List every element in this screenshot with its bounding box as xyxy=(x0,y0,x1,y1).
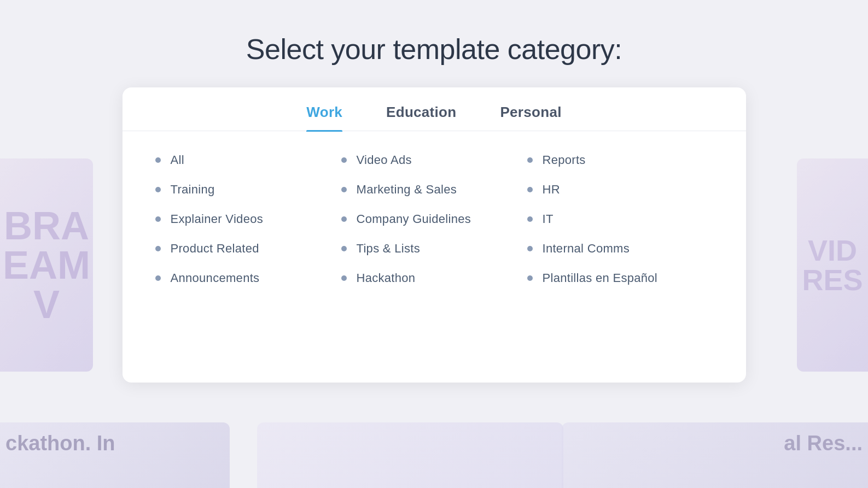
bullet-announcements xyxy=(155,275,161,281)
bg-card-right: VIDRES xyxy=(797,158,868,372)
tab-work[interactable]: Work xyxy=(306,104,342,131)
bullet-marketing-sales xyxy=(341,187,347,192)
tabs-row: Work Education Personal xyxy=(123,87,746,131)
category-label-tips-lists: Tips & Lists xyxy=(357,242,420,256)
category-item-all[interactable]: All xyxy=(155,153,341,167)
bg-card-left: BRAEAM V xyxy=(0,158,93,372)
category-label-announcements: Announcements xyxy=(171,271,260,285)
category-label-training: Training xyxy=(171,183,215,197)
bullet-all xyxy=(155,157,161,163)
category-label-all: All xyxy=(171,153,184,167)
category-label-company-guidelines: Company Guidelines xyxy=(357,212,471,226)
category-item-training[interactable]: Training xyxy=(155,183,341,197)
category-item-hr[interactable]: HR xyxy=(527,183,713,197)
category-item-explainer-videos[interactable]: Explainer Videos xyxy=(155,212,341,226)
bullet-plantillas xyxy=(527,275,533,281)
bullet-hr xyxy=(527,187,533,192)
tab-personal[interactable]: Personal xyxy=(500,104,561,131)
page-title: Select your template category: xyxy=(246,33,622,66)
bullet-video-ads xyxy=(341,157,347,163)
category-item-it[interactable]: IT xyxy=(527,212,713,226)
bullet-company-guidelines xyxy=(341,216,347,222)
bullet-tips-lists xyxy=(341,246,347,251)
bullet-reports xyxy=(527,157,533,163)
category-item-video-ads[interactable]: Video Ads xyxy=(341,153,527,167)
category-column-3: Reports HR IT Internal Comms Plantillas … xyxy=(527,153,713,285)
category-label-reports: Reports xyxy=(543,153,586,167)
category-label-internal-comms: Internal Comms xyxy=(543,242,630,256)
bg-bottom-left-text: ckathon. In xyxy=(5,432,115,455)
category-column-1: All Training Explainer Videos Product Re… xyxy=(155,153,341,285)
category-item-company-guidelines[interactable]: Company Guidelines xyxy=(341,212,527,226)
tab-education[interactable]: Education xyxy=(386,104,456,131)
bullet-it xyxy=(527,216,533,222)
category-item-tips-lists[interactable]: Tips & Lists xyxy=(341,242,527,256)
modal-container: Work Education Personal All Training Exp… xyxy=(123,87,746,383)
bg-card-right-text: VIDRES xyxy=(802,236,863,295)
category-item-product-related[interactable]: Product Related xyxy=(155,242,341,256)
category-item-reports[interactable]: Reports xyxy=(527,153,713,167)
category-item-plantillas[interactable]: Plantillas en Español xyxy=(527,271,713,285)
categories-grid: All Training Explainer Videos Product Re… xyxy=(123,131,746,313)
bg-card-left-text: BRAEAM V xyxy=(0,206,93,324)
category-label-video-ads: Video Ads xyxy=(357,153,412,167)
category-item-marketing-sales[interactable]: Marketing & Sales xyxy=(341,183,527,197)
bg-bottom-right-text: al Res... xyxy=(784,432,863,455)
bullet-internal-comms xyxy=(527,246,533,251)
category-label-it: IT xyxy=(543,212,554,226)
bullet-product-related xyxy=(155,246,161,251)
bg-bottom-mid xyxy=(257,422,563,488)
category-item-hackathon[interactable]: Hackathon xyxy=(341,271,527,285)
bullet-hackathon xyxy=(341,275,347,281)
category-label-plantillas: Plantillas en Español xyxy=(543,271,658,285)
bullet-explainer-videos xyxy=(155,216,161,222)
category-label-hr: HR xyxy=(543,183,560,197)
category-label-marketing-sales: Marketing & Sales xyxy=(357,183,457,197)
bullet-training xyxy=(155,187,161,192)
category-column-2: Video Ads Marketing & Sales Company Guid… xyxy=(341,153,527,285)
category-item-internal-comms[interactable]: Internal Comms xyxy=(527,242,713,256)
category-label-hackathon: Hackathon xyxy=(357,271,416,285)
category-label-explainer-videos: Explainer Videos xyxy=(171,212,264,226)
category-item-announcements[interactable]: Announcements xyxy=(155,271,341,285)
category-label-product-related: Product Related xyxy=(171,242,259,256)
